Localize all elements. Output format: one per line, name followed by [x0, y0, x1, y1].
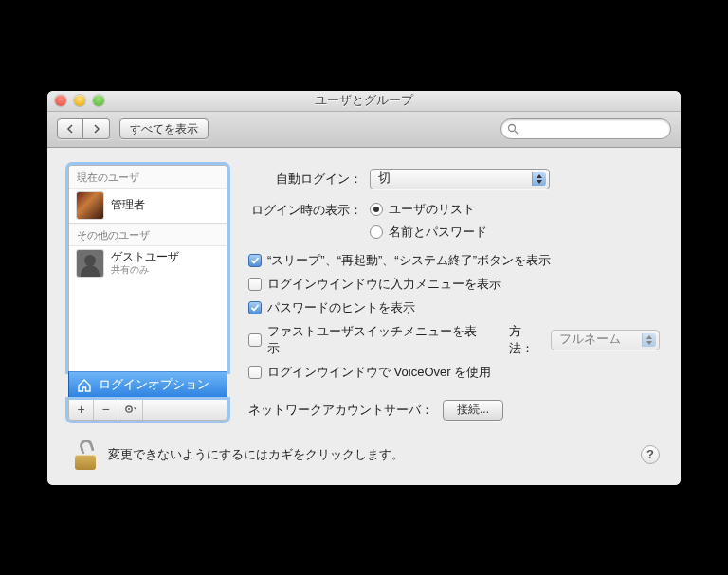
- house-icon: [77, 378, 92, 393]
- avatar: [77, 250, 103, 277]
- window-title: ユーザとグループ: [47, 92, 681, 109]
- avatar: [77, 192, 103, 219]
- help-button[interactable]: ?: [641, 445, 660, 464]
- fast-switch-method-label: 方法：: [509, 323, 546, 357]
- svg-point-3: [128, 408, 130, 410]
- lock-text: 変更できないようにするにはカギをクリックします。: [108, 446, 404, 463]
- checkbox-icon: [248, 278, 262, 291]
- close-icon[interactable]: [55, 95, 66, 106]
- sidebar-footer: + −: [68, 400, 228, 421]
- main-panel: 自動ログイン： 切 ログイン時の表示： ユーザのリスト: [248, 165, 660, 421]
- auto-login-value: 切: [378, 171, 391, 187]
- gear-icon: [124, 404, 137, 415]
- search-icon: [507, 123, 519, 135]
- checkbox-fast-switch[interactable]: ファストユーザスイッチメニューを表示 方法： フルネーム: [248, 323, 660, 357]
- titlebar: ユーザとグループ: [47, 91, 681, 112]
- remove-user-button[interactable]: −: [94, 400, 118, 420]
- user-sublabel: 共有のみ: [111, 264, 179, 276]
- lock-button[interactable]: [72, 440, 99, 470]
- footer: 変更できないようにするにはカギをクリックします。 ?: [68, 440, 660, 470]
- radio-name-password[interactable]: 名前とパスワード: [370, 224, 487, 241]
- nav-segment: [57, 118, 110, 139]
- current-user-header: 現在のユーザ: [69, 166, 227, 189]
- checkbox-label: “スリープ”、“再起動”、“システム終了”ボタンを表示: [267, 252, 551, 269]
- radio-icon: [370, 225, 383, 239]
- connect-button[interactable]: 接続...: [443, 400, 503, 421]
- search-input[interactable]: [522, 121, 668, 136]
- checkbox-label: ログインウインドウに入力メニューを表示: [267, 276, 501, 293]
- minimize-icon[interactable]: [74, 95, 85, 106]
- checkbox-label: ファストユーザスイッチメニューを表示: [267, 323, 488, 357]
- show-all-button[interactable]: すべてを表示: [119, 118, 209, 139]
- checkbox-input-menu[interactable]: ログインウインドウに入力メニューを表示: [248, 276, 660, 293]
- checkbox-show-buttons[interactable]: “スリープ”、“再起動”、“システム終了”ボタンを表示: [248, 252, 660, 269]
- login-options-row[interactable]: ログインオプション: [68, 371, 228, 400]
- lock-shackle-icon: [78, 438, 95, 455]
- add-user-button[interactable]: +: [69, 400, 94, 420]
- radio-user-list[interactable]: ユーザのリスト: [370, 201, 487, 218]
- back-button[interactable]: [57, 118, 83, 139]
- user-row-guest[interactable]: ゲストユーザ 共有のみ: [69, 246, 227, 280]
- checkbox-label: ログインウインドウで VoiceOver を使用: [267, 364, 491, 381]
- toolbar: すべてを表示: [47, 112, 681, 148]
- forward-button[interactable]: [83, 118, 110, 139]
- checkbox-password-hint[interactable]: パスワードのヒントを表示: [248, 299, 660, 316]
- checkbox-voiceover[interactable]: ログインウインドウで VoiceOver を使用: [248, 364, 660, 381]
- radio-icon: [370, 203, 383, 216]
- zoom-icon[interactable]: [93, 95, 104, 106]
- checkbox-icon: [248, 301, 262, 314]
- user-row-admin[interactable]: 管理者: [69, 189, 227, 223]
- checkbox-icon: [248, 254, 262, 267]
- lock-body-icon: [75, 455, 96, 470]
- user-label: ゲストユーザ: [111, 251, 179, 264]
- sidebar: 現在のユーザ 管理者 その他のユーザ ゲストユーザ 共有のみ: [68, 165, 228, 421]
- svg-point-0: [509, 125, 516, 132]
- fast-switch-method-select: フルネーム: [551, 330, 660, 350]
- search-field[interactable]: [500, 118, 671, 139]
- fast-switch-method-value: フルネーム: [559, 332, 621, 348]
- network-server-label: ネットワークアカウントサーバ：: [248, 402, 433, 419]
- checkbox-icon: [248, 333, 262, 347]
- login-options-label: ログインオプション: [99, 377, 209, 393]
- checkbox-icon: [248, 366, 262, 379]
- other-users-header: その他のユーザ: [69, 223, 227, 246]
- user-label: 管理者: [111, 199, 145, 212]
- preferences-window: ユーザとグループ すべてを表示 現在のユーザ: [47, 91, 681, 485]
- radio-label: ユーザのリスト: [389, 201, 475, 218]
- svg-line-1: [515, 131, 518, 134]
- checkbox-label: パスワードのヒントを表示: [267, 299, 415, 316]
- user-list: 現在のユーザ 管理者 その他のユーザ ゲストユーザ 共有のみ: [68, 165, 228, 371]
- radio-label: 名前とパスワード: [389, 224, 487, 241]
- action-menu-button[interactable]: [118, 400, 143, 420]
- auto-login-label: 自動ログイン：: [248, 171, 370, 188]
- display-as-label: ログイン時の表示：: [248, 201, 370, 219]
- auto-login-select[interactable]: 切: [370, 169, 550, 189]
